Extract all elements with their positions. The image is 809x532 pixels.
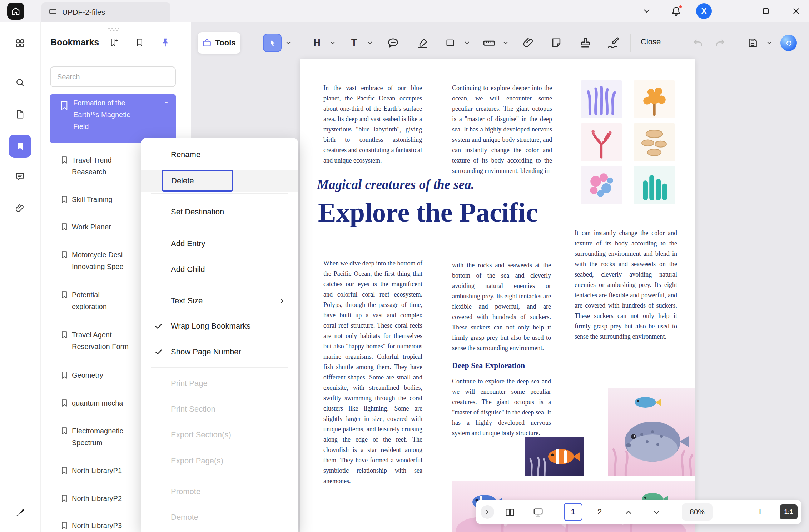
title-bar: UPDF-2-files X <box>0 0 809 22</box>
document-title: Explore the Pacific <box>318 197 538 228</box>
page-navigation-bar: 1 2 80% − + 1:1 <box>476 500 801 524</box>
toolbar-divider <box>630 34 631 52</box>
zoom-level[interactable]: 80% <box>682 503 713 521</box>
close-window-button[interactable] <box>790 5 803 18</box>
measure-tool-button[interactable] <box>481 36 497 50</box>
document-tab[interactable]: UPDF-2-files <box>41 2 170 22</box>
menu-item-wrap-long-bookmarks[interactable]: Wrap Long Bookmarks <box>171 321 250 332</box>
zoom-in-button[interactable]: + <box>754 503 766 521</box>
minimize-button[interactable] <box>731 5 744 18</box>
bookmark-item-selected[interactable]: Formation of the Earth¹⁰s Magnetic Field… <box>50 94 176 143</box>
select-tool-button[interactable] <box>263 34 282 52</box>
pages-panel-button[interactable] <box>12 106 28 122</box>
coral-image-4 <box>634 123 675 161</box>
expand-panel-button[interactable] <box>481 505 494 519</box>
attachments-panel-button[interactable] <box>12 200 28 216</box>
coral-image-6 <box>634 166 675 204</box>
bookmark-icon <box>60 101 68 110</box>
comments-panel-button[interactable] <box>12 169 28 184</box>
zoom-out-button[interactable]: − <box>725 503 738 521</box>
add-bookmark-button[interactable] <box>108 37 119 48</box>
navigation-rail <box>0 22 40 532</box>
bookmark-context-menu: Rename Delete Set Destination Add Entry … <box>141 138 298 532</box>
select-tool-chevron-icon[interactable] <box>285 39 292 46</box>
menu-item-add-entry[interactable]: Add Entry <box>171 238 205 249</box>
pen-tool-button[interactable] <box>12 504 28 520</box>
notification-badge <box>679 5 683 9</box>
attachment-tool-button[interactable] <box>521 36 536 50</box>
coral-image-2 <box>634 80 675 118</box>
maximize-button[interactable] <box>759 5 772 18</box>
menu-item-rename[interactable]: Rename <box>171 149 200 160</box>
pdf-page: In the vast embrace of our blue planet, … <box>300 59 695 532</box>
intro-paragraph-2: Continuing to explore deeper into the oc… <box>452 83 552 176</box>
menu-item-delete-row[interactable]: Delete <box>141 170 298 192</box>
tools-label: Tools <box>215 38 235 48</box>
previous-page-button[interactable] <box>622 506 635 519</box>
tools-button[interactable]: Tools <box>198 32 240 54</box>
text-tool-chevron-icon[interactable] <box>366 39 373 46</box>
deep-sea-heading: Deep Sea Exploration <box>452 361 525 370</box>
check-icon <box>154 348 163 356</box>
bookmark-search-input[interactable] <box>50 66 176 87</box>
user-avatar[interactable]: X <box>696 3 712 19</box>
deep-sea-paragraph: Continue to explore the deep sea and we … <box>452 376 551 438</box>
home-button[interactable] <box>7 3 24 20</box>
highlighter-tool-button[interactable] <box>416 36 430 50</box>
home-icon <box>11 6 20 16</box>
undo-button[interactable] <box>691 36 705 50</box>
close-editor-button[interactable]: Close <box>641 37 661 46</box>
apps-grid-button[interactable] <box>12 35 28 51</box>
signature-tool-button[interactable] <box>606 36 621 50</box>
measure-tool-chevron-icon[interactable] <box>502 39 509 46</box>
page-number-next[interactable]: 2 <box>592 503 607 521</box>
body-paragraph-1: When we dive deep into the bottom of the… <box>323 258 422 486</box>
bookmark-label: Formation of the Earth¹⁰s Magnetic Field <box>73 97 163 133</box>
ai-assistant-button[interactable] <box>780 35 797 51</box>
redo-button[interactable] <box>713 36 727 50</box>
menu-item-export-sections: Export Section(s) <box>171 429 231 440</box>
bookmark-icon <box>15 141 25 151</box>
menu-item-add-child[interactable]: Add Child <box>171 264 205 275</box>
notifications-button[interactable] <box>669 4 683 18</box>
sticker-tool-button[interactable] <box>549 36 564 50</box>
submenu-chevron-right-icon <box>278 297 286 305</box>
heading-tool-button[interactable]: H <box>310 36 324 50</box>
next-page-button[interactable] <box>650 506 663 519</box>
tab-title: UPDF-2-files <box>62 8 105 16</box>
menu-item-set-destination[interactable]: Set Destination <box>171 207 224 217</box>
coral-image-1 <box>581 80 622 118</box>
collapse-toggle[interactable]: - <box>165 96 168 108</box>
actual-size-button[interactable]: 1:1 <box>780 504 798 519</box>
two-page-view-button[interactable] <box>503 506 516 519</box>
body-paragraph-2: with the rocks and seaweeds at the botto… <box>452 260 551 353</box>
check-icon <box>154 322 163 330</box>
menu-item-demote: Demote <box>171 512 198 523</box>
menu-item-text-size[interactable]: Text Size <box>171 295 203 306</box>
save-chevron-icon[interactable] <box>766 39 773 46</box>
page-number-current[interactable]: 1 <box>564 503 582 521</box>
panel-title: Bookmarks <box>50 37 99 48</box>
menu-divider <box>151 285 288 285</box>
pin-panel-button[interactable] <box>160 37 170 48</box>
new-tab-button[interactable] <box>179 6 189 16</box>
menu-divider <box>151 367 288 368</box>
save-button[interactable] <box>745 36 760 50</box>
bookmark-list-button[interactable] <box>134 37 145 48</box>
heading-tool-chevron-icon[interactable] <box>329 39 336 46</box>
updf-window: UPDF-2-files X <box>0 0 809 532</box>
menu-item-show-page-number[interactable]: Show Page Number <box>171 347 241 357</box>
menu-item-print-page: Print Page <box>171 378 208 389</box>
titlebar-chevron-down-icon[interactable] <box>640 5 653 18</box>
coral-image-5 <box>581 166 622 204</box>
menu-item-delete[interactable]: Delete <box>162 170 233 192</box>
search-panel-button[interactable] <box>12 75 28 90</box>
shape-tool-button[interactable] <box>444 36 457 49</box>
presentation-mode-button[interactable] <box>532 506 545 519</box>
shape-tool-chevron-icon[interactable] <box>463 39 471 46</box>
panel-drag-handle-icon[interactable] <box>107 27 121 31</box>
text-tool-button[interactable]: T <box>347 36 361 50</box>
stamp-tool-button[interactable] <box>578 36 592 50</box>
bookmarks-panel-button[interactable] <box>9 135 31 158</box>
comment-tool-button[interactable] <box>386 36 400 50</box>
